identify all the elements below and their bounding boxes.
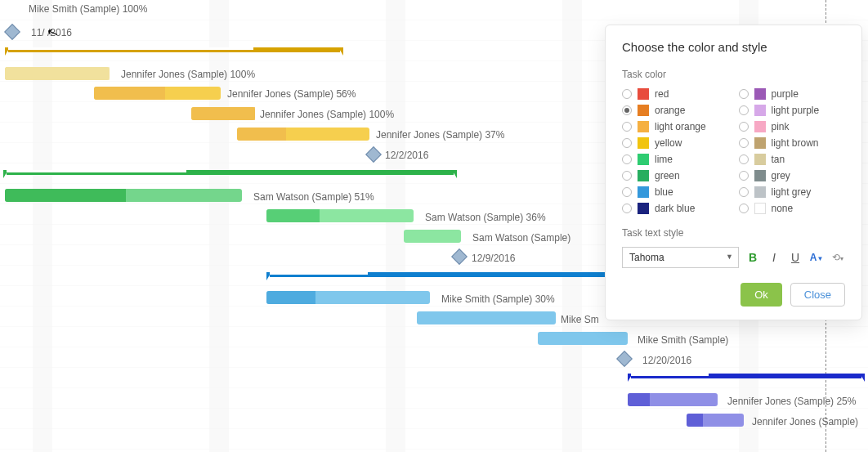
color-option-purple[interactable]: purple bbox=[739, 88, 846, 100]
task-label: Jennifer Jones (Sample) 100% bbox=[260, 109, 394, 120]
color-option-lime[interactable]: lime bbox=[622, 154, 729, 165]
task-label: Jennifer Jones (Sample) bbox=[752, 416, 858, 427]
radio-icon bbox=[739, 154, 749, 164]
task-bar[interactable] bbox=[94, 87, 221, 100]
color-option-green[interactable]: green bbox=[622, 170, 729, 181]
color-option-yellow[interactable]: yellow bbox=[622, 137, 729, 149]
color-option-dark-blue[interactable]: dark blue bbox=[622, 203, 729, 214]
color-label: purple bbox=[772, 88, 799, 100]
radio-icon bbox=[622, 187, 632, 197]
text-style-label: Task text style bbox=[622, 227, 845, 239]
task-bar[interactable] bbox=[404, 230, 461, 243]
color-label: red bbox=[655, 88, 669, 100]
task-label: 12/2/2016 bbox=[385, 150, 428, 161]
color-swatch bbox=[638, 88, 649, 100]
task-label: Jennifer Jones (Sample) 25% bbox=[727, 396, 856, 407]
color-swatch bbox=[754, 88, 766, 100]
radio-icon bbox=[622, 171, 632, 181]
color-option-orange[interactable]: orange bbox=[622, 105, 729, 116]
summary-bar[interactable] bbox=[3, 170, 457, 178]
color-option-grey[interactable]: grey bbox=[739, 170, 846, 181]
color-swatch bbox=[638, 186, 649, 198]
close-button[interactable]: Close bbox=[790, 283, 845, 307]
color-label: light orange bbox=[655, 121, 706, 132]
color-option-light-brown[interactable]: light brown bbox=[739, 137, 846, 149]
task-bar[interactable] bbox=[237, 128, 369, 141]
task-label: Mike Sm bbox=[561, 314, 599, 325]
color-label: green bbox=[655, 170, 680, 181]
task-label: Jennifer Jones (Sample) 37% bbox=[376, 129, 504, 141]
color-swatch bbox=[754, 137, 766, 149]
task-bar[interactable] bbox=[266, 291, 430, 304]
summary-bar[interactable] bbox=[628, 374, 865, 382]
font-color-button[interactable]: A▼ bbox=[809, 252, 824, 263]
radio-icon bbox=[739, 171, 749, 181]
radio-icon bbox=[622, 122, 632, 132]
color-swatch bbox=[638, 203, 649, 214]
color-label: yellow bbox=[655, 137, 682, 149]
color-swatch bbox=[638, 137, 649, 149]
task-label: Jennifer Jones (Sample) 100% bbox=[121, 69, 255, 80]
color-option-light-grey[interactable]: light grey bbox=[739, 186, 846, 198]
radio-icon bbox=[622, 154, 632, 164]
color-style-dialog: Choose the color and style Task color re… bbox=[605, 25, 862, 320]
color-swatch bbox=[754, 105, 766, 116]
color-option-tan[interactable]: tan bbox=[739, 154, 846, 165]
task-label: Sam Watson (Sample) 51% bbox=[253, 191, 374, 203]
ok-button[interactable]: Ok bbox=[740, 283, 782, 307]
task-bar[interactable] bbox=[266, 209, 414, 222]
task-bar[interactable] bbox=[191, 107, 255, 120]
task-color-label: Task color bbox=[622, 69, 845, 80]
dialog-title: Choose the color and style bbox=[622, 40, 845, 54]
color-label: light purple bbox=[772, 105, 820, 116]
radio-icon bbox=[739, 105, 749, 115]
color-option-pink[interactable]: pink bbox=[739, 121, 846, 132]
task-bar[interactable] bbox=[417, 311, 556, 324]
task-label: Mike Smith (Sample) bbox=[638, 334, 728, 346]
color-option-blue[interactable]: blue bbox=[622, 186, 729, 198]
radio-icon bbox=[622, 105, 632, 115]
italic-button[interactable]: I bbox=[767, 251, 781, 264]
radio-icon bbox=[622, 138, 632, 148]
color-swatch bbox=[754, 154, 766, 165]
summary-bar[interactable] bbox=[266, 272, 618, 280]
color-swatch bbox=[638, 154, 649, 165]
radio-icon bbox=[622, 89, 632, 99]
task-label: Jennifer Jones (Sample) 56% bbox=[227, 88, 356, 100]
task-bar[interactable] bbox=[687, 414, 744, 427]
color-swatch bbox=[638, 170, 649, 181]
color-swatch bbox=[638, 121, 649, 132]
task-bar[interactable] bbox=[538, 332, 628, 345]
task-bar[interactable] bbox=[628, 393, 718, 406]
color-label: dark blue bbox=[655, 203, 695, 214]
color-option-light-purple[interactable]: light purple bbox=[739, 105, 846, 116]
summary-bar[interactable] bbox=[5, 47, 343, 56]
color-option-none[interactable]: none bbox=[739, 203, 846, 214]
color-swatch bbox=[754, 203, 766, 214]
color-label: none bbox=[772, 203, 794, 214]
task-label: 12/20/2016 bbox=[642, 355, 691, 366]
color-swatch bbox=[754, 186, 766, 198]
bold-button[interactable]: B bbox=[745, 251, 760, 264]
color-label: light brown bbox=[772, 137, 819, 149]
radio-icon bbox=[739, 138, 749, 148]
color-label: blue bbox=[655, 186, 673, 198]
radio-icon bbox=[739, 187, 749, 197]
task-bar[interactable] bbox=[5, 67, 110, 80]
color-label: light grey bbox=[772, 186, 812, 198]
underline-button[interactable]: U bbox=[788, 251, 803, 264]
task-label: 12/9/2016 bbox=[472, 253, 515, 264]
font-family-select[interactable]: Tahoma bbox=[622, 247, 739, 268]
color-swatch bbox=[638, 105, 649, 116]
task-label: Sam Watson (Sample) 36% bbox=[425, 212, 546, 223]
task-label: Mike Smith (Sample) 30% bbox=[441, 293, 555, 305]
color-option-light-orange[interactable]: light orange bbox=[622, 121, 729, 132]
color-option-red[interactable]: red bbox=[622, 88, 729, 100]
task-bar[interactable] bbox=[5, 189, 242, 202]
radio-icon bbox=[739, 89, 749, 99]
color-swatch bbox=[754, 170, 766, 181]
task-label: Mike Smith (Sample) 100% bbox=[29, 3, 147, 15]
color-label: grey bbox=[772, 170, 790, 181]
color-label: lime bbox=[655, 154, 673, 165]
clear-format-button[interactable]: ⟲▾ bbox=[830, 252, 845, 263]
